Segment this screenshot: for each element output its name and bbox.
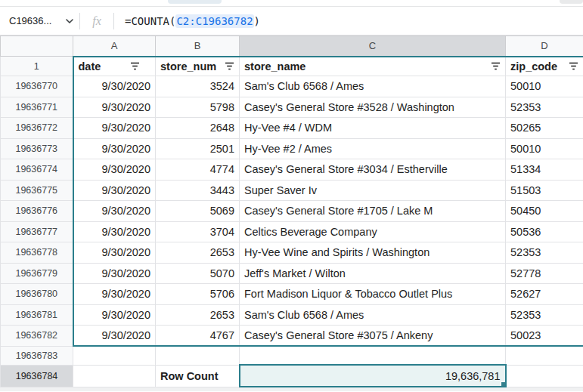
row-header[interactable]: 19636776 [1,201,73,222]
formula-range-ref: C2:C19636782 [175,14,253,28]
cell-zip-code[interactable]: 50010 [506,138,583,159]
cell-zip-code[interactable]: 52353 [506,242,583,264]
cell-date[interactable]: 9/30/2020 [73,304,156,326]
cell-store-name[interactable]: Sam's Club 6568 / Ames [240,76,506,97]
row-header[interactable]: 19636770 [1,76,73,97]
row-header[interactable]: 19636784 [1,365,73,387]
filter-icon[interactable] [569,62,578,70]
row-header[interactable]: 1 [1,57,73,76]
cell-store-num[interactable]: 2501 [156,138,240,159]
cell-store-num[interactable]: 3704 [156,221,240,242]
cell-header-date[interactable]: date [73,57,156,76]
fill-handle[interactable] [501,381,506,387]
cell-empty[interactable] [156,346,240,365]
cell-store-num[interactable]: 4774 [156,159,240,181]
filter-icon[interactable] [225,62,234,70]
filter-icon[interactable] [130,62,140,70]
cell-store-num[interactable]: 3443 [156,180,240,201]
cell-zip-code[interactable]: 52627 [506,284,583,305]
cell-store-num[interactable]: 2653 [156,242,240,264]
cell-zip-code[interactable]: 50010 [506,76,583,97]
column-header-a[interactable]: A [73,36,156,57]
cell-empty[interactable] [73,365,156,387]
row-header[interactable]: 19636780 [1,284,73,305]
formula-input[interactable]: =COUNTA(C2:C19636782) [114,14,583,28]
cell-store-name[interactable]: Casey's General Store #3075 / Ankeny [240,326,506,347]
cell-store-name[interactable]: Fort Madison Liquor & Tobacco Outlet Plu… [240,284,506,305]
column-header-c[interactable]: C [240,36,506,57]
cell-store-num[interactable]: 4767 [156,326,240,347]
cell-store-num[interactable]: 3524 [156,76,240,97]
cell-date[interactable]: 9/30/2020 [73,138,156,159]
cell-store-name[interactable]: Hy-Vee #2 / Ames [240,138,506,159]
row-header[interactable]: 19636773 [1,138,73,159]
cell-zip-code[interactable]: 52353 [506,304,583,326]
cell-store-name[interactable]: Hy-Vee Wine and Spirits / Washington [240,242,506,264]
cell-date[interactable]: 9/30/2020 [73,242,156,264]
cell-zip-code[interactable]: 52778 [506,263,583,284]
cell-store-num[interactable]: 2653 [156,304,240,326]
cell-date[interactable]: 9/30/2020 [73,326,156,347]
row-header[interactable]: 19636783 [1,346,73,365]
table-row: 19636770 9/30/2020 3524 Sam's Club 6568 … [1,76,583,97]
cell-zip-code[interactable]: 51503 [506,180,583,201]
column-header-b[interactable]: B [156,36,240,57]
cell-store-name[interactable]: Casey's General Store #1705 / Lake M [240,201,506,222]
cell-store-name[interactable]: Casey's General Store #3034 / Esthervill… [240,159,506,181]
cell-store-num[interactable]: 5706 [156,284,240,305]
cell-store-name[interactable]: Jeff's Market / Wilton [240,263,506,284]
row-header[interactable]: 19636781 [1,304,73,326]
name-box-value: C19636... [9,15,51,26]
selected-cell-row-count-value[interactable]: 19,636,781 [240,365,506,387]
header-row: 1 date store_num store_name zip_code [1,57,583,76]
row-header[interactable]: 19636778 [1,242,73,264]
cell-date[interactable]: 9/30/2020 [73,263,156,284]
name-box[interactable]: C19636... [0,7,79,35]
cell-store-num[interactable]: 2648 [156,118,240,139]
filter-icon[interactable] [491,62,501,70]
cell-store-num[interactable]: 5070 [156,263,240,284]
cell-store-name[interactable]: Sam's Club 6568 / Ames [240,304,506,326]
row-header[interactable]: 19636775 [1,180,73,201]
row-header[interactable]: 19636772 [1,118,73,139]
cell-row-count-label[interactable]: Row Count [156,365,240,387]
cell-zip-code[interactable]: 50450 [506,201,583,222]
cell-store-num[interactable]: 5069 [156,201,240,222]
formula-prefix: =COUNTA( [125,15,175,27]
cell-store-name[interactable]: Hy-Vee #4 / WDM [240,118,506,139]
cell-store-name[interactable]: Celtics Beverage Company [240,221,506,242]
row-header[interactable]: 19636771 [1,97,73,118]
cell-header-zip-code[interactable]: zip_code [506,57,583,76]
cell-date[interactable]: 9/30/2020 [73,159,156,181]
row-header[interactable]: 19636777 [1,221,73,242]
cell-zip-code[interactable]: 51334 [506,159,583,181]
cell-date[interactable]: 9/30/2020 [73,180,156,201]
cell-zip-code[interactable]: 50265 [506,118,583,139]
cell-zip-code[interactable]: 50536 [506,221,583,242]
cell-store-num[interactable]: 5798 [156,97,240,118]
column-header-d[interactable]: D [506,36,583,57]
cell-date[interactable]: 9/30/2020 [73,201,156,222]
cell-date[interactable]: 9/30/2020 [73,221,156,242]
table-row: 19636782 9/30/2020 4767 Casey's General … [1,326,583,347]
cell-date[interactable]: 9/30/2020 [73,284,156,305]
cell-date[interactable]: 9/30/2020 [73,97,156,118]
cell-empty[interactable] [506,365,583,387]
cell-empty[interactable] [506,346,583,365]
cell-store-name[interactable]: Casey's General Store #3528 / Washington [240,97,506,118]
row-header[interactable]: 19636782 [1,326,73,347]
row-header[interactable]: 19636779 [1,263,73,284]
cell-empty[interactable] [73,346,156,365]
corner-cell[interactable] [1,36,73,57]
cell-date[interactable]: 9/30/2020 [73,118,156,139]
toolbar-fragment [168,0,222,4]
cell-header-store-name[interactable]: store_name [240,57,506,76]
cell-store-name[interactable]: Super Saver Iv [240,180,506,201]
cell-zip-code[interactable]: 50023 [506,326,583,347]
cell-zip-code[interactable]: 52353 [506,97,583,118]
cell-header-store-num[interactable]: store_num [156,57,240,76]
cell-empty[interactable] [240,346,506,365]
row-header[interactable]: 19636774 [1,159,73,181]
cell-date[interactable]: 9/30/2020 [73,76,156,97]
chevron-down-icon[interactable] [66,19,73,23]
